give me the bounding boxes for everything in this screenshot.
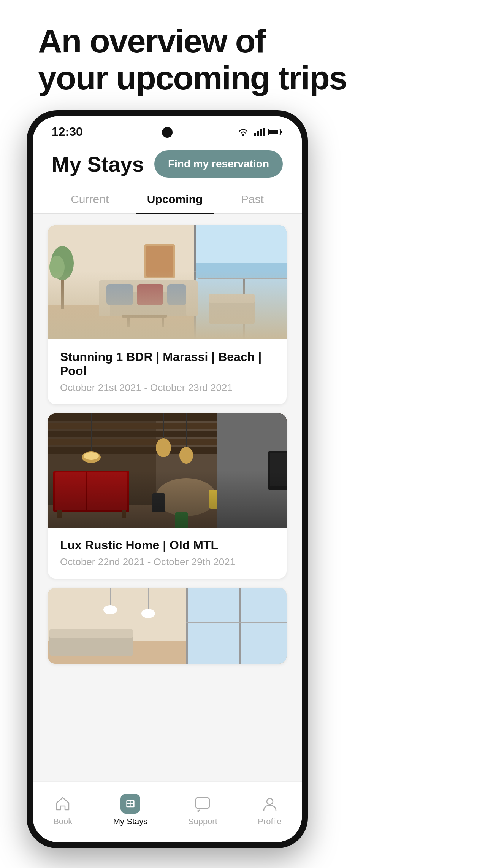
listing-photo-2 [48,413,287,528]
svg-rect-30 [209,297,255,324]
svg-rect-46 [122,510,126,518]
svg-rect-6 [269,130,278,134]
tab-current[interactable]: Current [59,185,120,213]
tab-upcoming[interactable]: Upcoming [136,185,214,213]
svg-point-59 [156,478,217,516]
nav-label-book: Book [53,817,72,827]
home-icon [53,794,73,814]
svg-rect-1 [254,133,256,136]
svg-rect-3 [260,129,262,136]
svg-rect-70 [239,588,241,664]
tabs-container: Current Upcoming Past [33,185,302,214]
wifi-icon [236,127,250,137]
phone-frame: 12:30 [27,110,308,848]
listing-photo-3 [48,588,287,664]
nav-item-profile[interactable]: Profile [258,794,281,827]
svg-rect-77 [49,629,133,638]
svg-rect-45 [57,510,62,518]
svg-rect-82 [131,804,133,806]
svg-rect-83 [196,798,209,808]
svg-rect-69 [186,588,188,664]
stays-icon [120,794,140,814]
listing-info-2: Lux Rustic Home | Old MTL October 22nd 2… [48,528,287,579]
listing-card-2[interactable]: Lux Rustic Home | Old MTL October 22nd 2… [48,413,287,579]
svg-rect-22 [137,284,163,305]
svg-rect-68 [186,588,287,664]
svg-rect-25 [127,318,130,327]
listing-dates-2: October 22nd 2021 - October 29th 2021 [60,556,274,568]
svg-rect-9 [48,305,287,339]
svg-rect-81 [127,804,130,806]
svg-rect-2 [257,131,259,136]
svg-rect-61 [209,490,222,509]
hero-title-line1: An overview of [38,22,265,60]
phone-inner: 12:30 [33,116,302,842]
nav-item-book[interactable]: Book [53,794,73,827]
hero-title: An overview of your upcoming trips [38,23,450,97]
svg-point-73 [103,605,117,614]
listings-area: Stunning 1 BDR | Marassi | Beach | Pool … [33,214,302,822]
nav-label-stays: My Stays [113,817,147,827]
svg-rect-24 [122,315,167,318]
svg-point-0 [242,134,244,136]
svg-rect-7 [281,131,282,133]
listing-title-2: Lux Rustic Home | Old MTL [60,538,274,552]
svg-rect-19 [99,284,110,316]
svg-rect-42 [53,471,129,512]
svg-rect-33 [146,246,173,277]
listing-card-1[interactable]: Stunning 1 BDR | Marassi | Beach | Pool … [48,225,287,404]
svg-rect-62 [175,512,188,528]
listing-photo-1 [48,225,287,339]
svg-point-58 [179,447,193,464]
svg-point-29 [49,256,65,278]
svg-rect-79 [127,801,130,803]
svg-rect-4 [263,128,265,136]
nav-label-support: Support [188,817,217,827]
listing-image-1 [48,225,287,339]
svg-rect-16 [196,263,287,278]
svg-rect-31 [209,294,255,303]
svg-rect-18 [99,280,198,292]
nav-item-support[interactable]: Support [188,794,217,827]
battery-icon [268,128,283,136]
svg-rect-20 [186,284,198,316]
svg-point-75 [141,609,155,618]
svg-rect-44 [86,472,87,510]
svg-point-53 [236,476,258,488]
nav-item-stays[interactable]: My Stays [113,794,147,827]
svg-rect-21 [106,284,133,305]
chat-icon [193,794,212,814]
svg-point-49 [84,452,99,460]
find-reservation-button[interactable]: Find my reservation [154,150,283,178]
nav-label-profile: Profile [258,817,281,827]
svg-point-56 [156,438,171,457]
svg-rect-65 [270,453,287,486]
listing-dates-1: October 21st 2021 - October 23rd 2021 [60,382,274,394]
status-time: 12:30 [52,125,83,139]
listing-card-3[interactable] [48,588,287,664]
svg-rect-23 [167,284,186,305]
svg-rect-41 [48,505,287,528]
hero-section: An overview of your upcoming trips [38,23,450,97]
svg-rect-63 [217,413,287,528]
page-wrapper: An overview of your upcoming trips 12:30 [0,0,488,868]
svg-rect-80 [131,801,133,803]
listing-image-2 [48,413,287,528]
svg-rect-60 [152,493,165,512]
bottom-nav: Book My Stays [33,781,302,842]
profile-icon [260,794,280,814]
app-header: My Stays Find my reservation [33,143,302,185]
svg-rect-26 [162,318,164,327]
svg-rect-71 [186,622,287,623]
status-icons [236,127,283,137]
svg-rect-11 [194,225,196,339]
listing-title-1: Stunning 1 BDR | Marassi | Beach | Pool [60,350,274,378]
listing-info-1: Stunning 1 BDR | Marassi | Beach | Pool … [48,339,287,404]
signal-icon [254,128,265,136]
hero-title-line2: your upcoming trips [38,59,347,97]
camera-dot [162,127,173,138]
listing-image-3 [48,588,287,664]
svg-rect-43 [55,472,127,510]
tab-past[interactable]: Past [230,185,275,213]
svg-rect-13 [194,271,287,272]
